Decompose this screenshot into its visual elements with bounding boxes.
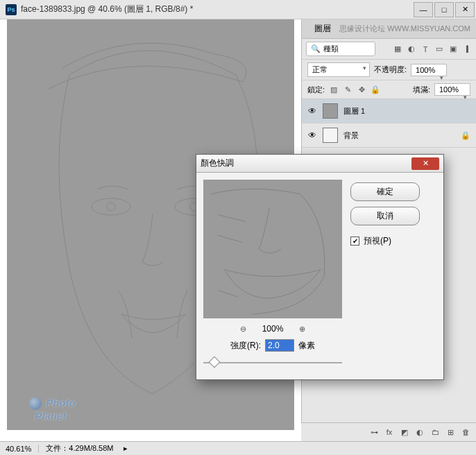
new-layer-icon[interactable]: ⊞ <box>445 427 455 437</box>
lock-paint-icon[interactable]: ✎ <box>343 85 352 94</box>
layer-filter-dropdown[interactable]: 🔍 種類 <box>306 42 375 56</box>
minimize-button[interactable]: — <box>414 2 433 17</box>
radius-input[interactable]: 2.0 <box>265 339 294 352</box>
slider-thumb[interactable] <box>209 357 221 368</box>
document-title: face-1389833.jpg @ 40.6% (圖層 1, RGB/8#) … <box>21 3 193 15</box>
preview-image[interactable] <box>203 180 342 318</box>
group-icon[interactable]: 🗀 <box>430 427 440 437</box>
radius-row: 強度(R): 2.0 像素 <box>230 339 315 352</box>
layer-name[interactable]: 背景 <box>343 130 455 141</box>
cancel-button[interactable]: 取消 <box>350 207 420 225</box>
adjustment-layer-icon[interactable]: ◐ <box>415 427 425 437</box>
preview-checkbox[interactable]: ✔ <box>350 237 359 246</box>
panel-header: 圖層 思缘设计论坛 WWW.MISSYUAN.COM <box>302 19 476 39</box>
svg-point-0 <box>92 198 130 215</box>
window-buttons: — □ ✕ <box>414 2 476 17</box>
button-column: 確定 取消 ✔ 預視(P) <box>350 182 420 368</box>
layer-row[interactable]: 👁 圖層 1 <box>302 99 476 123</box>
zoom-out-icon[interactable]: ⊖ <box>239 324 248 334</box>
layer-list: 👁 圖層 1 👁 背景 🔒 <box>302 99 476 148</box>
preview-checkbox-row[interactable]: ✔ 預視(P) <box>350 235 420 247</box>
status-bar: 40.61% 文件：4.29M/8.58M ▸ <box>0 441 476 455</box>
visibility-toggle[interactable]: 👁 <box>307 130 317 140</box>
photoshop-icon: Ps <box>6 4 17 15</box>
fill-input[interactable]: 100% <box>434 83 470 96</box>
zoom-in-icon[interactable]: ⊕ <box>297 324 307 334</box>
filter-toggle-icon[interactable]: ⏽ <box>462 44 472 54</box>
watermark-orb-icon <box>29 397 42 410</box>
filter-pixel-icon[interactable]: ▦ <box>393 44 402 54</box>
lock-fill-row: 鎖定: ▨ ✎ ✥ 🔒 填滿: 100% <box>302 80 476 99</box>
layer-thumbnail <box>323 103 338 119</box>
blend-opacity-row: 正常 不透明度: 100% <box>302 60 476 80</box>
radius-label: 強度(R): <box>230 340 261 352</box>
status-zoom[interactable]: 40.61% <box>6 445 39 453</box>
high-pass-dialog: 顏色快調 ✕ ⊖ 100% ⊕ 強度(R): <box>196 154 444 380</box>
opacity-label: 不透明度: <box>374 65 407 75</box>
layers-panel-footer: ⊶ fx ◩ ◐ 🗀 ⊞ 🗑 <box>301 422 476 441</box>
dialog-titlebar[interactable]: 顏色快調 ✕ <box>196 155 443 173</box>
layer-fx-icon[interactable]: fx <box>384 427 394 437</box>
layer-row[interactable]: 👁 背景 🔒 <box>302 123 476 148</box>
delete-layer-icon[interactable]: 🗑 <box>461 427 470 437</box>
lock-trans-icon[interactable]: ▨ <box>329 85 339 94</box>
radius-slider[interactable] <box>203 357 342 368</box>
filter-smart-icon[interactable]: ▣ <box>448 44 458 54</box>
svg-point-2 <box>107 203 115 211</box>
slider-track <box>203 362 342 363</box>
status-menu-icon[interactable]: ▸ <box>124 444 128 453</box>
filter-adjust-icon[interactable]: ◐ <box>407 44 416 54</box>
filter-kind-label: 種類 <box>323 44 339 54</box>
link-layers-icon[interactable]: ⊶ <box>369 427 379 437</box>
blend-mode-select[interactable]: 正常 <box>307 62 370 77</box>
titlebar-left: Ps face-1389833.jpg @ 40.6% (圖層 1, RGB/8… <box>0 3 414 15</box>
zoom-controls: ⊖ 100% ⊕ <box>239 324 307 334</box>
lock-pos-icon[interactable]: ✥ <box>357 85 366 94</box>
dialog-close-button[interactable]: ✕ <box>411 157 439 170</box>
layer-mask-icon[interactable]: ◩ <box>400 427 409 437</box>
dialog-title: 顏色快調 <box>201 157 411 169</box>
ok-button[interactable]: 確定 <box>350 182 420 201</box>
branding-text: 思缘设计论坛 WWW.MISSYUAN.COM <box>339 24 470 34</box>
filter-text-icon[interactable]: T <box>420 44 430 54</box>
preview-checkbox-label: 預視(P) <box>364 235 391 247</box>
visibility-toggle[interactable]: 👁 <box>307 106 317 116</box>
lock-icon: 🔒 <box>461 131 470 140</box>
filter-icons: ▦ ◐ T ▭ ▣ ⏽ <box>393 44 472 54</box>
opacity-input[interactable]: 100% <box>411 64 447 76</box>
watermark-line2: Planet <box>35 410 66 422</box>
search-icon: 🔍 <box>311 44 321 54</box>
close-button[interactable]: ✕ <box>455 2 475 17</box>
filter-shape-icon[interactable]: ▭ <box>434 44 444 54</box>
layers-tab[interactable]: 圖層 <box>307 22 338 36</box>
preview-column: ⊖ 100% ⊕ 強度(R): 2.0 像素 <box>203 180 342 368</box>
dialog-body: ⊖ 100% ⊕ 強度(R): 2.0 像素 確定 取消 ✔ 預視(P) <box>196 173 443 375</box>
layer-thumbnail <box>323 128 338 143</box>
lock-all-icon[interactable]: 🔒 <box>371 85 380 94</box>
titlebar: Ps face-1389833.jpg @ 40.6% (圖層 1, RGB/8… <box>0 0 476 19</box>
maximize-button[interactable]: □ <box>434 2 454 17</box>
fill-label: 填滿: <box>413 85 430 95</box>
lock-label: 鎖定: <box>307 85 325 95</box>
zoom-percent: 100% <box>262 324 284 334</box>
watermark: Photo Planet <box>29 397 76 422</box>
layer-name[interactable]: 圖層 1 <box>343 106 470 117</box>
layer-filter-bar: 🔍 種類 ▦ ◐ T ▭ ▣ ⏽ <box>302 39 476 60</box>
status-doc-info: 文件：4.29M/8.58M <box>46 443 113 454</box>
radius-unit: 像素 <box>298 340 315 352</box>
watermark-line1: Photo <box>46 397 76 409</box>
